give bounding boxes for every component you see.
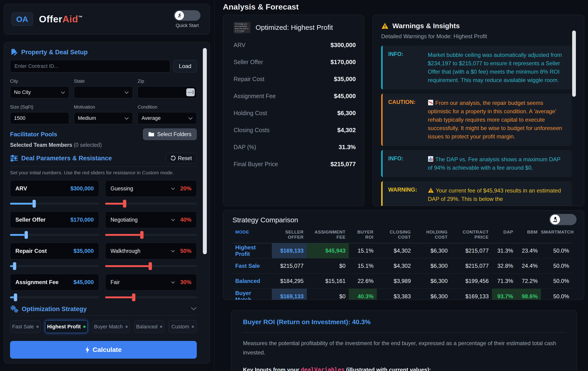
resistance-slider-thumb[interactable] bbox=[123, 200, 126, 208]
value-slider-thumb[interactable] bbox=[24, 231, 28, 239]
left-sidebar: OA OfferAid™ Quick Start Property & Deal… bbox=[0, 0, 214, 371]
setup-scrollbar[interactable] bbox=[203, 48, 207, 254]
key-inputs-prefix: Key Inputs from your bbox=[243, 367, 301, 371]
lightning-icon bbox=[85, 346, 90, 353]
quick-start-knob[interactable] bbox=[175, 11, 184, 20]
comparison-view-toggle[interactable] bbox=[549, 214, 577, 225]
column-header: SMARTMATCH bbox=[541, 229, 572, 240]
strategy-option-label: Custom bbox=[171, 324, 189, 330]
value-slider[interactable] bbox=[10, 203, 99, 205]
value-slider[interactable] bbox=[10, 296, 99, 298]
quick-start-toggle[interactable] bbox=[174, 10, 200, 21]
value-slider-thumb[interactable] bbox=[32, 200, 36, 208]
status-dot bbox=[192, 326, 194, 328]
column-header: BBM bbox=[516, 229, 541, 240]
resistance-slider-thumb[interactable] bbox=[140, 231, 144, 239]
resistance-slider[interactable] bbox=[105, 265, 197, 267]
warning-level: INFO: bbox=[388, 51, 428, 84]
strategy-option-button[interactable]: Balanced bbox=[134, 320, 165, 333]
city-select[interactable]: No City bbox=[10, 86, 69, 98]
value-cell: $4,302 bbox=[377, 243, 414, 258]
size-input[interactable]: 1500 bbox=[10, 112, 69, 124]
warning-item: INFO: Market bubble ceiling was automati… bbox=[381, 46, 572, 90]
parameter-row: ARV $300,000 Guessing 20% bbox=[10, 180, 197, 208]
value-cell: 23.4% bbox=[516, 243, 541, 258]
brand-tm: ™ bbox=[78, 15, 83, 20]
condition-select[interactable]: Average bbox=[137, 112, 197, 124]
contract-id-input[interactable] bbox=[10, 60, 170, 72]
strategy-option-label: Balanced bbox=[136, 324, 158, 330]
resistance-slider[interactable] bbox=[105, 234, 197, 236]
zip-input[interactable]: ... bbox=[137, 86, 197, 98]
value-slider-thumb[interactable] bbox=[13, 262, 16, 270]
optimized-row-label: Assignment Fee bbox=[234, 93, 276, 100]
value-slider[interactable] bbox=[10, 234, 99, 236]
resistance-select-box[interactable]: Negotiating 40% bbox=[105, 211, 197, 228]
resistance-slider[interactable] bbox=[105, 296, 197, 298]
strategy-buttons: Fast Sale Highest Profit Buyer Match Bal… bbox=[10, 320, 197, 333]
zip-label: Zip bbox=[137, 79, 197, 84]
parameter-label: ARV bbox=[15, 185, 27, 192]
parameter-value-box[interactable]: ARV $300,000 bbox=[10, 180, 99, 197]
calculate-button[interactable]: Calculate bbox=[10, 341, 197, 359]
resistance-slider[interactable] bbox=[105, 203, 197, 205]
parameter-label: Seller Offer bbox=[15, 216, 45, 223]
value-cell: 40.3% bbox=[349, 289, 377, 300]
value-cell: $169,133 bbox=[451, 289, 492, 300]
value-slider[interactable] bbox=[10, 265, 99, 267]
parameter-value: $300,000 bbox=[70, 185, 94, 192]
autofill-button[interactable]: ... bbox=[186, 88, 195, 96]
resistance-percent: 30% bbox=[180, 279, 191, 286]
motivation-label: Motivation bbox=[74, 104, 133, 110]
value-cell: $169,133 bbox=[272, 289, 307, 300]
chart-down-icon bbox=[428, 100, 433, 106]
value-cell: $3,383 bbox=[377, 289, 414, 300]
value-cell: 50.0% bbox=[541, 258, 572, 273]
column-header: CLOSING COST bbox=[377, 229, 414, 240]
mode-cell[interactable]: Fast Sale bbox=[232, 258, 272, 273]
status-dot bbox=[160, 326, 162, 328]
resistance-slider-thumb[interactable] bbox=[132, 293, 136, 301]
strategy-option-button[interactable]: Custom bbox=[168, 320, 197, 333]
value-cell: $169,133 bbox=[272, 243, 307, 258]
optimized-row-label: Final Buyer Price bbox=[234, 161, 278, 167]
chevron-down-icon bbox=[188, 115, 193, 121]
deal-parameters-title-text: Deal Parameters & Resistance bbox=[21, 155, 112, 162]
strategy-option-label: Highest Profit bbox=[47, 324, 81, 330]
parameter-value-box[interactable]: Repair Cost $35,000 bbox=[10, 243, 99, 259]
strategy-option-button[interactable]: Fast Sale bbox=[10, 320, 41, 333]
parameter-value-box[interactable]: Assignment Fee $45,000 bbox=[10, 274, 99, 291]
select-folders-label: Select Folders bbox=[157, 131, 191, 137]
reset-button[interactable]: Reset bbox=[166, 153, 197, 164]
load-button[interactable]: Load bbox=[173, 60, 197, 72]
value-cell: 71.3% bbox=[492, 274, 516, 289]
resistance-select-box[interactable]: Walkthrough 50% bbox=[105, 243, 197, 259]
city-value: No City bbox=[14, 89, 31, 95]
optimized-row: Assignment Fee $45,000 bbox=[234, 93, 356, 100]
resistance-percent: 50% bbox=[180, 248, 191, 254]
optimization-strategy-title: Optimization Strategy bbox=[10, 305, 87, 313]
team-members-label: Selected Team Members bbox=[10, 142, 72, 148]
chevron-down-icon[interactable] bbox=[191, 307, 197, 311]
comparison-toggle-knob[interactable] bbox=[550, 215, 560, 224]
strategy-option-button[interactable]: Highest Profit bbox=[45, 320, 88, 333]
value-slider-thumb[interactable] bbox=[14, 293, 17, 301]
strategy-comparison-title: Strategy Comparison bbox=[232, 216, 572, 224]
chevron-down-icon bbox=[61, 89, 65, 95]
status-dot bbox=[126, 326, 128, 328]
mode-cell[interactable]: Balanced bbox=[232, 274, 272, 289]
strategy-option-button[interactable]: Buyer Match bbox=[92, 320, 130, 333]
motivation-select[interactable]: Medium bbox=[74, 112, 133, 124]
parameter-value-box[interactable]: Seller Offer $170,000 bbox=[10, 211, 99, 228]
bar-chart-icon bbox=[428, 156, 433, 162]
state-select[interactable] bbox=[74, 86, 133, 98]
reset-icon bbox=[170, 156, 176, 161]
resistance-select-box[interactable]: Guessing 20% bbox=[105, 180, 197, 197]
warnings-scrollbar[interactable] bbox=[572, 31, 576, 97]
value-cell: $6,300 bbox=[414, 289, 451, 300]
resistance-select-box[interactable]: Fair 30% bbox=[105, 274, 197, 291]
select-folders-button[interactable]: Select Folders bbox=[143, 128, 197, 140]
mode-cell[interactable]: Buyer Match bbox=[232, 289, 272, 300]
resistance-slider-thumb[interactable] bbox=[148, 262, 152, 270]
mode-cell[interactable]: Highest Profit bbox=[232, 243, 272, 258]
